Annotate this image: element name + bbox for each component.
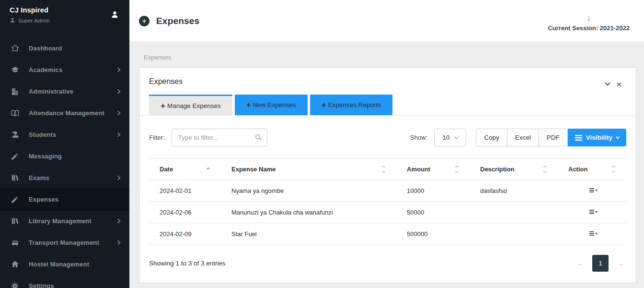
sidebar-item-label: Academics xyxy=(29,66,62,73)
sidebar-item-label: Expenses xyxy=(29,196,58,203)
sidebar-item-attendance[interactable]: Attendance Management xyxy=(0,102,129,124)
expenses-card: Expenses Manage Expenses New Expenses Ex… xyxy=(139,67,636,283)
sidebar-item-exams[interactable]: Exams xyxy=(0,167,129,189)
column-header-action[interactable]: Action xyxy=(558,159,626,180)
graduation-cap-icon xyxy=(10,65,20,74)
plus-circle-icon[interactable] xyxy=(139,16,150,26)
sidebar-item-label: Transport Management xyxy=(29,239,99,246)
pagination: 1 xyxy=(577,255,624,272)
sidebar-item-label: Exams xyxy=(29,174,49,181)
current-page-button[interactable]: 1 xyxy=(592,255,609,272)
sidebar-user-panel: CJ Inspired Super Admin xyxy=(0,0,129,29)
sidebar-item-label: Administrative xyxy=(29,88,73,95)
pencil-icon xyxy=(10,152,20,161)
table-row: 2024-02-06 Manunuzi ya Chakula cha wanaf… xyxy=(149,202,626,223)
chevron-down-icon xyxy=(455,135,459,139)
sort-icon xyxy=(612,166,615,172)
gear-icon xyxy=(10,282,20,288)
card-title: Expenses xyxy=(149,77,626,86)
copy-button[interactable]: Copy xyxy=(476,129,507,146)
excel-button[interactable]: Excel xyxy=(507,129,539,146)
content: Expenses Expenses Manage Expenses New Ex… xyxy=(129,42,644,288)
car-icon xyxy=(10,238,20,247)
sidebar-nav: Dashboard Academics Administrative Atten… xyxy=(0,37,129,288)
chevron-right-icon xyxy=(116,68,121,72)
cell-amount: 50000 xyxy=(396,202,470,223)
close-icon[interactable] xyxy=(616,80,621,89)
sort-icon xyxy=(544,166,546,172)
sidebar-item-messaging[interactable]: Messaging xyxy=(0,145,129,167)
chevron-down-icon xyxy=(616,135,620,139)
cell-description xyxy=(470,223,558,245)
table-row: 2024-02-01 Nyama ya ngombe 10000 dasfasf… xyxy=(149,180,626,202)
table-row: 2024-02-09 Star Fuel 500000 xyxy=(149,223,626,245)
page-size-select[interactable]: 10 xyxy=(434,129,466,146)
sidebar-item-label: Library Management xyxy=(29,217,92,225)
pdf-button[interactable]: PDF xyxy=(539,129,568,146)
user-icon[interactable] xyxy=(111,11,119,20)
row-action-menu-icon[interactable] xyxy=(589,187,598,193)
visibility-label: Visibility xyxy=(586,134,612,141)
column-header-expense-name[interactable]: Expense Name xyxy=(221,159,396,180)
filter-input[interactable] xyxy=(172,129,267,146)
sidebar-item-administrative[interactable]: Administrative xyxy=(0,81,129,102)
column-header-date[interactable]: Date xyxy=(149,159,221,180)
tab-label: New Expenses xyxy=(253,101,296,108)
row-action-menu-icon[interactable] xyxy=(589,230,598,237)
building-icon xyxy=(10,87,20,96)
cell-amount: 10000 xyxy=(396,180,470,202)
chevron-right-icon xyxy=(116,176,121,180)
hamburger-icon xyxy=(575,135,582,141)
row-action-menu-icon[interactable] xyxy=(589,208,598,215)
collapse-chevron-icon[interactable] xyxy=(605,81,610,86)
cell-description xyxy=(470,202,558,223)
cell-expense-name: Star Fuel xyxy=(221,223,396,245)
home-icon xyxy=(10,44,20,53)
sidebar-item-transport[interactable]: Transport Management xyxy=(0,232,129,253)
plus-icon xyxy=(161,102,167,110)
cell-amount: 500000 xyxy=(396,223,470,245)
tab-label: Expenses Reports xyxy=(328,101,381,108)
org-name: CJ Inspired xyxy=(10,6,120,14)
session-block: Current Session: 2021-2022 xyxy=(548,11,630,32)
chevron-right-icon xyxy=(116,111,121,116)
user-role: Super Admin xyxy=(18,18,50,24)
person-small-icon xyxy=(10,17,15,24)
sidebar-item-label: Hostel Management xyxy=(29,261,89,268)
next-page-icon[interactable] xyxy=(617,259,624,267)
sidebar-item-academics[interactable]: Academics xyxy=(0,59,129,81)
student-icon xyxy=(10,130,20,139)
sidebar: CJ Inspired Super Admin Dashboard Academ… xyxy=(0,0,129,288)
sidebar-item-hostel[interactable]: Hostel Management xyxy=(0,253,129,275)
column-header-amount[interactable]: Amount xyxy=(396,159,470,180)
expenses-table: Date Expense Name Amount Description Act… xyxy=(149,158,626,245)
sidebar-item-label: Students xyxy=(29,131,56,138)
export-button-group: Copy Excel PDF Visibility xyxy=(476,129,626,146)
sidebar-item-expenses[interactable]: Expenses xyxy=(0,189,129,210)
sidebar-item-dashboard[interactable]: Dashboard xyxy=(0,37,129,59)
sidebar-item-settings[interactable]: Settings xyxy=(0,275,129,288)
tabs: Manage Expenses New Expenses Expenses Re… xyxy=(139,95,636,116)
down-arrow-icon[interactable] xyxy=(586,13,591,22)
cell-date: 2024-02-09 xyxy=(149,223,221,245)
tab-expenses-reports[interactable]: Expenses Reports xyxy=(310,95,392,115)
sidebar-item-students[interactable]: Students xyxy=(0,124,129,145)
tab-manage-expenses[interactable]: Manage Expenses xyxy=(149,95,232,115)
open-book-icon xyxy=(10,108,20,118)
sidebar-item-label: Messaging xyxy=(29,153,62,160)
column-header-description[interactable]: Description xyxy=(470,159,558,180)
plus-icon xyxy=(246,101,253,109)
page-size-value: 10 xyxy=(442,134,449,141)
books-icon xyxy=(10,216,20,226)
tab-new-expenses[interactable]: New Expenses xyxy=(235,95,308,115)
chevron-right-icon xyxy=(116,219,121,224)
sidebar-item-library[interactable]: Library Management xyxy=(0,210,129,232)
chevron-right-icon xyxy=(116,240,121,245)
main-area: Expenses Current Session: 2021-2022 Expe… xyxy=(129,0,644,288)
chevron-right-icon xyxy=(116,89,121,94)
sort-icon xyxy=(456,166,458,172)
table-footer: Showing 1 to 3 of 3 entries 1 xyxy=(149,255,626,272)
prev-page-icon[interactable] xyxy=(577,259,584,267)
table-header-row: Date Expense Name Amount Description Act… xyxy=(149,159,626,180)
visibility-button[interactable]: Visibility xyxy=(568,129,626,146)
